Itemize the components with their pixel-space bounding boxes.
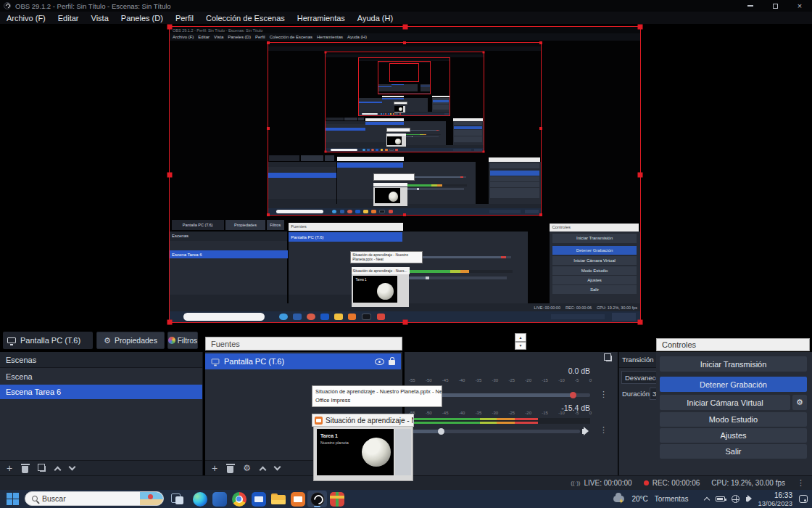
taskbar-edge-button[interactable]	[190, 491, 210, 507]
mini-source-chip: Pantalla PC (T.6)	[172, 220, 224, 230]
menu-item-archivo[interactable]: Archivo (F)	[7, 14, 46, 22]
transition-duration-label: Duración	[622, 390, 650, 398]
menu-item-perfil[interactable]: Perfil	[175, 14, 194, 22]
spinner-up-icon[interactable]: ▲	[515, 333, 526, 342]
duplicate-scene-icon[interactable]	[40, 466, 46, 472]
taskbar-explorer-button[interactable]	[268, 491, 288, 507]
recording-dot-icon	[644, 480, 649, 486]
mini-scenes-header: Escenas	[170, 232, 287, 241]
rec-status: REC: 00:00:06	[644, 479, 700, 487]
weather-temp[interactable]: 20°C	[631, 495, 647, 503]
move-source-down-icon[interactable]	[274, 463, 281, 470]
taskbar-obs-button[interactable]	[307, 491, 327, 507]
slider-knob[interactable]	[438, 428, 444, 435]
duration-spinner[interactable]: ▲ ▼	[515, 333, 526, 350]
virtual-camera-gear-button[interactable]: ⚙	[792, 395, 807, 410]
volume-icon[interactable]	[746, 497, 748, 501]
selection-handle[interactable]	[167, 25, 173, 30]
scenes-panel-header[interactable]: Escenas	[0, 352, 202, 368]
selection-handle[interactable]	[638, 320, 643, 325]
menu-item-ayuda[interactable]: Ayuda (H)	[357, 14, 393, 22]
obs-window: OBS 29.1.2 - Perfil: Sin Título - Escena…	[0, 0, 812, 508]
notification-icon[interactable]	[799, 495, 808, 503]
recursive-preview-level-2	[268, 43, 541, 215]
transition-panel: Transición Desvanecer Duración 3	[618, 352, 656, 475]
move-scene-up-icon[interactable]	[54, 466, 62, 473]
menu-item-coleccion[interactable]: Colección de Escenas	[206, 14, 285, 22]
start-virtual-camera-button[interactable]: Iniciar Cámara Virtual	[660, 395, 790, 410]
slider-knob[interactable]	[570, 392, 576, 398]
scenes-panel: Escenas Escena Escena Tarea 6 +	[0, 352, 203, 475]
stop-recording-button[interactable]: Detener Grabación	[660, 377, 807, 392]
lock-icon[interactable]	[389, 360, 395, 365]
weather-condition[interactable]: Tormentas	[655, 495, 689, 503]
speaker-icon[interactable]	[582, 429, 584, 434]
tray-time: 16:33	[758, 491, 792, 499]
filters-button[interactable]: Filtros	[167, 332, 198, 349]
volume-db-label: 0.0 dB	[528, 366, 590, 375]
move-scene-down-icon[interactable]	[69, 463, 76, 470]
taskbar-gift-button[interactable]	[327, 491, 347, 507]
menu-item-paneles[interactable]: Paneles (D)	[121, 14, 163, 22]
sources-dock-title[interactable]: Fuentes	[205, 337, 402, 351]
source-properties-gear-icon[interactable]: ⚙	[243, 464, 251, 472]
start-streaming-button[interactable]: Iniciar Transmisión	[660, 356, 807, 372]
selection-handle[interactable]	[638, 25, 643, 30]
menu-item-vista[interactable]: Vista	[91, 14, 109, 22]
clock[interactable]: 16:33 13/06/2023	[758, 491, 792, 507]
preview-canvas[interactable]: OBS 29.1.2 - Perfil: Sin Título - Escena…	[169, 26, 641, 323]
taskbar-chrome-button[interactable]	[229, 491, 249, 507]
source-item-selected[interactable]: Pantalla PC (T.6)	[205, 353, 401, 369]
network-icon[interactable]	[732, 495, 740, 503]
scene-item[interactable]: Escena	[0, 369, 202, 384]
properties-button[interactable]: ⚙ Propiedades	[96, 332, 165, 349]
selection-handle[interactable]	[167, 172, 173, 177]
taskbar-app-blue-button[interactable]	[210, 491, 229, 507]
selection-handle[interactable]	[638, 172, 643, 177]
system-tray: 20°C Tormentas 16:33 13/06/2023	[613, 490, 808, 508]
mini-tooltip: Situación de aprendizaje - Nuestro Plane…	[350, 251, 422, 264]
current-source-label: Pantalla PC (T.6)	[20, 336, 80, 345]
mixer-options-kebab-icon[interactable]: ⋮	[600, 425, 608, 435]
settings-button[interactable]: Ajustes	[660, 428, 807, 443]
scene-item-selected[interactable]: Escena Tarea 6	[0, 385, 202, 399]
start-button[interactable]	[7, 493, 19, 505]
menu-item-herramientas[interactable]: Herramientas	[297, 14, 345, 22]
studio-mode-button[interactable]: Modo Estudio	[660, 412, 807, 427]
menu-item-editar[interactable]: Editar	[58, 14, 79, 22]
mixer-menu-icon[interactable]	[606, 356, 612, 361]
transition-duration-value[interactable]: 3	[650, 388, 656, 400]
move-source-up-icon[interactable]	[260, 466, 267, 473]
impress-window-thumbnail[interactable]: Tarea 1 Nuestro planeta	[313, 426, 413, 481]
controls-dock-title[interactable]: Controles	[656, 338, 810, 351]
search-input[interactable]: Buscar	[25, 491, 164, 506]
remove-source-icon[interactable]	[227, 466, 233, 473]
close-button[interactable]: ×	[787, 0, 812, 12]
visibility-eye-icon[interactable]	[375, 359, 384, 365]
add-scene-icon[interactable]: +	[7, 464, 12, 472]
volume-slider[interactable]	[409, 430, 580, 433]
selection-handle[interactable]	[402, 25, 407, 30]
impress-side-panel	[395, 429, 411, 475]
taskbar-word-button[interactable]	[249, 491, 268, 507]
mixer-options-kebab-icon[interactable]: ⋮	[600, 390, 608, 399]
add-source-icon[interactable]: +	[212, 464, 218, 472]
hidden-icons-chevron-icon[interactable]	[704, 497, 710, 503]
battery-icon[interactable]	[716, 496, 725, 501]
selection-handle[interactable]	[167, 320, 173, 325]
mini-volume-slider-1	[407, 256, 511, 259]
exit-button[interactable]: Salir	[660, 444, 807, 459]
gear-icon: ⚙	[796, 398, 803, 407]
spinner-down-icon[interactable]: ▼	[515, 342, 526, 351]
minimize-button[interactable]	[738, 0, 763, 12]
status-kebab-icon[interactable]: ⋮	[797, 478, 805, 488]
recursive-preview-level-1: OBS 29.1.2 - Perfil: Sin Título - Escena…	[170, 27, 640, 322]
taskbar-impress-button[interactable]	[288, 491, 307, 507]
selection-handle[interactable]	[402, 320, 407, 325]
remove-scene-icon[interactable]	[22, 466, 28, 473]
broadcast-icon: ((·))	[571, 480, 580, 486]
maximize-button[interactable]	[763, 0, 787, 12]
transition-type-select[interactable]: Desvanecer	[621, 371, 656, 384]
task-view-button[interactable]	[171, 493, 185, 505]
weather-storm-icon[interactable]	[613, 496, 624, 502]
